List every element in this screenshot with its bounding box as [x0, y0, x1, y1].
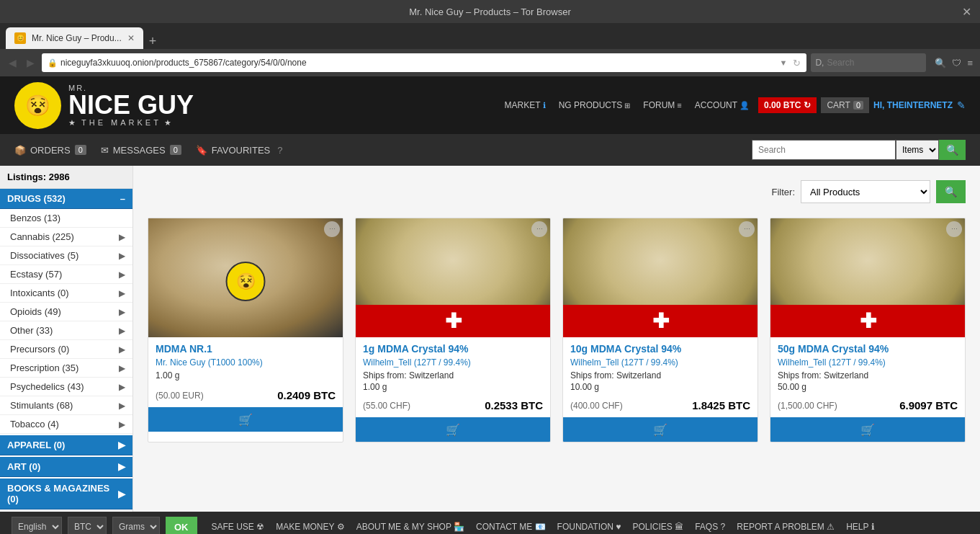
browser-search-input[interactable]	[827, 58, 913, 68]
footer-help-link[interactable]: HELP ℹ	[846, 522, 874, 532]
btc-refresh-icon: ↻	[804, 100, 811, 110]
product-badge: ⋯	[531, 221, 547, 237]
unit-select[interactable]: Grams	[112, 517, 160, 534]
sidebar-item-label: Ecstasy (57)	[10, 269, 62, 280]
orders-nav-item[interactable]: 📦 ORDERS 0	[14, 145, 86, 156]
browser-menu-icon[interactable]: ≡	[966, 56, 974, 70]
sidebar-item-label: Intoxicants (0)	[10, 288, 69, 298]
product-price-row: (50.00 EUR) 0.2409 BTC	[148, 386, 343, 407]
product-image: ✚ ⋯	[770, 218, 965, 337]
expand-icon: ▶	[119, 307, 125, 317]
footer-report-link[interactable]: REPORT A PROBLEM ⚠	[737, 522, 835, 532]
browser-search-icon[interactable]: 🔍	[933, 56, 948, 70]
reload-button[interactable]: ↻	[793, 58, 801, 68]
product-card[interactable]: 😵 ⋯ MDMA NR.1 Mr. Nice Guy (T1000 100%) …	[148, 218, 343, 442]
sidebar-books-section[interactable]: BOOKS & MAGAZINES (0) ▶	[0, 479, 132, 509]
swiss-cross-icon: ✚	[445, 309, 462, 333]
browser-urlbar: ◀ ▶ 🔒 niceguyfa3xkuuoq.onion/products_67…	[0, 49, 980, 76]
sidebar-item-prescription[interactable]: Prescription (35) ▶	[0, 359, 132, 378]
sidebar-item-precursors[interactable]: Precursors (0) ▶	[0, 340, 132, 359]
back-button[interactable]: ◀	[6, 55, 19, 70]
product-card[interactable]: ✚ ⋯ 10g MDMA Crystal 94% Wilhelm_Tell (1…	[562, 218, 758, 442]
browser-close-button[interactable]: ✕	[962, 5, 971, 19]
sidebar-item-cannabis[interactable]: Cannabis (225) ▶	[0, 228, 132, 246]
search-input[interactable]	[752, 140, 896, 160]
footer-contact-link[interactable]: CONTACT ME 📧	[476, 522, 546, 532]
filter-bar: Filter: All Products 🔍	[148, 180, 966, 203]
footer-safe-use-link[interactable]: SAFE USE ☢	[212, 522, 265, 532]
tab-close-button[interactable]: ✕	[127, 33, 135, 43]
add-to-cart-button[interactable]: 🛒	[356, 417, 550, 442]
product-seller: Wilhelm_Tell (127T / 99.4%)	[563, 357, 758, 370]
listings-label: Listings:	[7, 172, 46, 182]
footer-policies-link[interactable]: POLICIES 🏛	[633, 522, 684, 532]
sidebar-item-psychedelics[interactable]: Psychedelics (43) ▶	[0, 378, 132, 396]
tab-favicon: 😊	[14, 32, 26, 44]
footer-faqs-link[interactable]: FAQS ?	[695, 522, 725, 532]
sidebar-item-ecstasy[interactable]: Ecstasy (57) ▶	[0, 265, 132, 284]
favourites-help-icon[interactable]: ?	[277, 145, 282, 156]
product-seller: Wilhelm_Tell (127T / 99.4%)	[356, 357, 550, 370]
ng-products-nav-button[interactable]: NG PRODUCTS ⊞	[554, 97, 635, 113]
ng-products-icon: ⊞	[624, 102, 630, 110]
favourites-nav-item[interactable]: 🔖 FAVOURITES ?	[196, 145, 283, 156]
btc-balance-button[interactable]: 0.00 BTC ↻	[758, 97, 817, 113]
browser-shield-icon[interactable]: 🛡	[950, 56, 963, 70]
new-tab-button[interactable]: +	[143, 34, 163, 49]
filter-select[interactable]: All Products	[801, 180, 930, 203]
add-to-cart-button[interactable]: 🛒	[770, 417, 965, 442]
search-submit-button[interactable]: 🔍	[939, 140, 966, 160]
product-btc-price: 1.8425 BTC	[692, 399, 750, 411]
search-category-select[interactable]: Items	[896, 140, 939, 160]
user-profile-icon[interactable]: ✎	[957, 99, 966, 111]
product-ships-from: Ships from: Switzerland	[563, 370, 758, 382]
product-weight: 1.00 g	[148, 370, 343, 386]
sidebar-art-section[interactable]: ART (0) ▶	[0, 457, 132, 477]
expand-icon: ▶	[119, 270, 125, 280]
language-select[interactable]: English	[12, 517, 62, 534]
account-nav-button[interactable]: ACCOUNT 👤	[691, 97, 754, 113]
sidebar-item-opioids[interactable]: Opioids (49) ▶	[0, 303, 132, 321]
footer-about-link[interactable]: ABOUT ME & MY SHOP 🏪	[356, 522, 464, 532]
sidebar-item-label: Stimulants (68)	[10, 400, 73, 411]
currency-select[interactable]: BTC	[68, 517, 107, 534]
product-image-footer: ✚	[356, 305, 550, 337]
sidebar-item-stimulants[interactable]: Stimulants (68) ▶	[0, 396, 132, 415]
product-image-footer: ✚	[563, 305, 758, 337]
browser-tab[interactable]: 😊 Mr. Nice Guy – Produ... ✕	[6, 27, 143, 49]
sidebar-item-dissociatives[interactable]: Dissociatives (5) ▶	[0, 246, 132, 265]
sidebar-item-other[interactable]: Other (33) ▶	[0, 321, 132, 340]
product-ships-from: Ships from: Switzerland	[770, 370, 965, 382]
listings-count-bar: Listings: 2986	[0, 166, 132, 189]
filter-search-button[interactable]: 🔍	[936, 180, 966, 203]
site-nav: MARKET ℹ NG PRODUCTS ⊞ FORUM ≡ ACCOUNT 👤…	[500, 97, 966, 113]
product-watermark-logo: 😵	[226, 262, 266, 301]
forum-nav-button[interactable]: FORUM ≡	[639, 97, 685, 113]
swiss-cross-icon: ✚	[652, 309, 669, 333]
sidebar-drugs-section[interactable]: DRUGS (532) –	[0, 189, 132, 209]
market-nav-button[interactable]: MARKET ℹ	[500, 97, 550, 113]
url-box[interactable]: 🔒 niceguyfa3xkuuoq.onion/products_675867…	[42, 53, 806, 72]
messages-nav-item[interactable]: ✉ MESSAGES 0	[101, 145, 181, 156]
url-dropdown-icon: ▼	[780, 58, 788, 67]
product-weight: 50.00 g	[770, 382, 965, 396]
product-title: 50g MDMA Crystal 94%	[770, 337, 965, 357]
forward-button[interactable]: ▶	[24, 55, 37, 70]
sidebar-apparel-section[interactable]: APPAREL (0) ▶	[0, 435, 132, 455]
footer-make-money-link[interactable]: MAKE MONEY ⚙	[276, 522, 344, 532]
product-card[interactable]: ✚ ⋯ 50g MDMA Crystal 94% Wilhelm_Tell (1…	[770, 218, 966, 442]
sidebar-item-label: Prescription (35)	[10, 362, 78, 373]
add-to-cart-button[interactable]: 🛒	[148, 407, 343, 432]
footer-foundation-link[interactable]: FOUNDATION ♥	[557, 522, 621, 532]
sidebar-item-intoxicants[interactable]: Intoxicants (0) ▶	[0, 284, 132, 303]
product-image-footer: ✚	[770, 305, 965, 337]
browser-search-box[interactable]: D,	[811, 53, 926, 72]
add-to-cart-button[interactable]: 🛒	[563, 417, 758, 442]
product-card[interactable]: ✚ ⋯ 1g MDMA Crystal 94% Wilhelm_Tell (12…	[355, 218, 551, 442]
product-badge: ⋯	[324, 221, 340, 237]
tab-label: Mr. Nice Guy – Produ...	[32, 33, 122, 43]
sidebar-item-benzos[interactable]: Benzos (13)	[0, 209, 132, 228]
footer-ok-button[interactable]: OK	[166, 517, 197, 534]
cart-button[interactable]: CART 0	[821, 97, 869, 113]
sidebar-item-tobacco[interactable]: Tobacco (4) ▶	[0, 415, 132, 434]
